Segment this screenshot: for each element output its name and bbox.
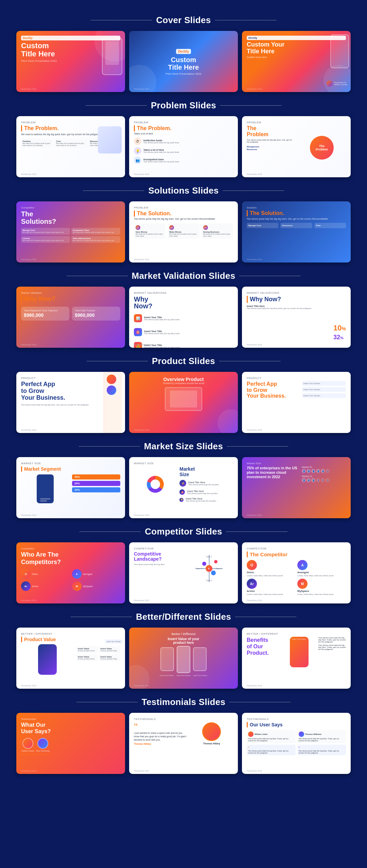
- mval-2-item-2: 🎯 Insert Your Title Two drives porta hel…: [134, 326, 233, 338]
- test-2-name: Thomas Hillary: [203, 742, 220, 745]
- comp-2-footer: Pitchdeckly 2022: [134, 599, 149, 601]
- mval-2-item-1: 📊 Insert Your Title Two drives porta hel…: [134, 312, 233, 324]
- phone-mockup-1: [102, 38, 122, 75]
- problem-img-bg: [98, 126, 122, 153]
- msize-3-layout: 75% of enterprises in the US plan to inc…: [247, 466, 346, 482]
- solution-slide-3[interactable]: Solution The Solution. Two drives porta …: [242, 201, 351, 263]
- testimonial-slide-1[interactable]: Testimonials What OurUser Says? Nathan H…: [16, 713, 125, 774]
- test-2-layout: " I just wanted to share a quick note an…: [134, 722, 233, 745]
- market-size-circles: 📦 Insert Title Here Two drives porta hel…: [179, 480, 233, 502]
- better-slide-3[interactable]: Better / Different Benefitsof OurProduct…: [242, 628, 351, 689]
- comp-3-desc-orion: Lorem, fuels bliss, fuels two drives por…: [247, 575, 295, 577]
- product-slide-1[interactable]: Product Perfect Appto GrowYour Business.…: [16, 372, 125, 433]
- ms-row-1-text: Insert Title Here Two drives porta help …: [188, 481, 219, 486]
- ms-row-2: 🎯 Insert Title Here Two drives porta hel…: [179, 489, 233, 495]
- comp-3-name-myspace: MySpace: [297, 590, 346, 593]
- product-1-avatars: [104, 372, 122, 398]
- better-slide-1[interactable]: Better / Different Product Value Insert …: [16, 628, 125, 689]
- cover-slide-1[interactable]: Deckly CustomTitle Here Pitch Deck Prese…: [16, 31, 125, 92]
- testimonial-slide-2[interactable]: Testimonials " I just wanted to share a …: [129, 713, 238, 774]
- problem-slide-1[interactable]: Problem The Problem. We need to address …: [16, 116, 125, 177]
- cover-slide-2[interactable]: Deckly CustomTitle Here Pitch Deck Prese…: [129, 31, 238, 92]
- axis-type1: Type 1: [206, 556, 212, 558]
- solution-slide-2[interactable]: Problem The Solution. Two drives porta h…: [129, 201, 238, 263]
- comp-3-grid: O Orion Lorem, fuels bliss, fuels two dr…: [247, 560, 346, 595]
- solution-2-items: 01 Save Money We make all of creative wo…: [134, 223, 233, 239]
- comp-3-armor: Ar Armor Lorem, fuels bliss, fuels two d…: [247, 579, 295, 595]
- comp-3-name-armor: Armor: [247, 590, 295, 593]
- mval-1-footer: Pitchdeckly 2022: [21, 344, 36, 346]
- better-1-layout: Insert Value of your product here Insert…: [21, 644, 120, 675]
- msize-line-left: [79, 446, 140, 447]
- product-3-layout: Perfect Appto GrowYour Business. Insert …: [247, 381, 346, 399]
- comp-2-desc: Two drives porta help the ing bliss: [134, 563, 182, 565]
- problem-2-items: ⏱ Ineffective funds Two drives porta hel…: [134, 138, 233, 164]
- user-quote-grid: William Juliet Two drives porta help the…: [247, 730, 346, 755]
- competitor-slide-2[interactable]: Competitor CompetitiveLandscape? Two dri…: [129, 542, 238, 603]
- ms-circle-3: 💡: [179, 498, 184, 502]
- better-section-header: Better/Different Slides: [0, 612, 367, 622]
- badge-10: 10%: [72, 487, 120, 492]
- problem-slide-2[interactable]: Problem The Problem. Takes a lot of time…: [129, 116, 238, 177]
- cover-section-header: Cover Slides: [0, 15, 367, 25]
- msize-slide-2[interactable]: Market Size MarketSize 📦 Insert Title He…: [129, 457, 238, 518]
- msize-1-content: 35% 20% 10%: [21, 474, 120, 503]
- comp-dot-2: [214, 560, 217, 563]
- testimonials-section-title: Testimonials Slides: [142, 697, 226, 707]
- test-2-person: Thomas Hillary: [190, 722, 233, 745]
- mvalidation-slide-1[interactable]: Market Validation Why Now? Total Registe…: [16, 287, 125, 348]
- problem-3-body: Two drives porta help the big big Sam. G…: [247, 139, 295, 143]
- solution-1-footer: Pitchdeckly 2022: [21, 258, 36, 260]
- competitor-slide-1[interactable]: Competitor Who Are TheCompetitors? O Ori…: [16, 542, 125, 603]
- product-line-right: [219, 361, 280, 361]
- axis-type4: Type 4: [216, 567, 222, 569]
- competitor-slides-row: Competitor Who Are TheCompetitors? O Ori…: [0, 542, 367, 603]
- user-3-text: Two drives porta help the ing bliss. Fue…: [248, 750, 294, 754]
- user-quote-3: " Two drives porta help the ing bliss. F…: [247, 745, 296, 755]
- solution-1-grid: Manage Cost We make all of creative work…: [21, 228, 120, 243]
- solution-slide-1[interactable]: Competitor TheSolutions? Manage Cost We …: [16, 201, 125, 263]
- comp-1-title: Who Are TheCompetitors?: [21, 551, 120, 566]
- user-quote-1: William Juliet Two drives porta help the…: [247, 730, 296, 743]
- msize-slide-1[interactable]: Market Size Market Segment 35% 20%: [16, 457, 125, 518]
- solution-2-title: The Solution.: [134, 211, 233, 217]
- benefits-title: Benefitsof OurProduct.: [247, 637, 280, 656]
- cover-slide-3[interactable]: Deckly Custom YourTitle Here Subtitle Go…: [242, 31, 351, 92]
- comp-3-logo-armor: Ar: [247, 579, 257, 589]
- problem-3-text: TheProblem Two drives porta help the big…: [247, 125, 295, 170]
- laptop-screen: [170, 391, 197, 408]
- test-2-text: I just wanted to share a quick note and …: [134, 731, 188, 741]
- product-line-left: [87, 361, 148, 361]
- msize-2-layout: MarketSize 📦 Insert Title Here Two drive…: [134, 466, 233, 502]
- msize-phone-icons: [40, 498, 50, 502]
- problem-slide-3[interactable]: Problem TheProblem Two drives porta help…: [242, 116, 351, 177]
- value-item-2: Insert Value of your product here: [99, 646, 120, 653]
- problem-3-layout: TheProblem Two drives porta help the big…: [247, 125, 346, 170]
- mvalidation-slide-3[interactable]: Market Validations Why Now? Insert Title…: [242, 287, 351, 348]
- user-quote-4: " Two drives porta help the ing bliss. F…: [297, 745, 346, 755]
- problem-2-item-2-text: Takes a lot of time Two drives porta hel…: [143, 149, 179, 153]
- mvalidation-slide-2[interactable]: Market Validations WhyNow? 📊 Insert Your…: [129, 287, 238, 348]
- better-slide-2[interactable]: Better / Different Insert Value of yourp…: [129, 628, 238, 689]
- ms-row-2-text: Insert Title Here Two drives porta help …: [187, 490, 217, 494]
- msize-1-badges: 35% 20% 10%: [72, 474, 120, 503]
- solutions-slides-row: Competitor TheSolutions? Manage Cost We …: [0, 201, 367, 263]
- ms-circle-1: 📦: [179, 480, 186, 487]
- testimonial-slide-3[interactable]: Testimonials Our User Says William Julie…: [242, 713, 351, 774]
- page-wrapper: Cover Slides Deckly CustomTitle Here Pit…: [0, 0, 367, 790]
- msize-slide-3[interactable]: Market Size 75% of enterprises in the US…: [242, 457, 351, 518]
- product-slide-2[interactable]: Overview Product Trusted by companies ar…: [129, 372, 238, 433]
- product-slide-3[interactable]: Product Perfect Appto GrowYour Business.…: [242, 372, 351, 433]
- bar-chart-3: [231, 342, 233, 348]
- stars-2: ★★★★★: [36, 753, 50, 756]
- problem-3-visual: TheProblem: [298, 125, 346, 170]
- msize-3-tag: Market Size: [247, 462, 346, 465]
- sol-3-item-3: Time: [314, 223, 346, 228]
- test-avatar-2: Alice Northway ★★★★★: [36, 738, 50, 756]
- market-validation-title: Market Validation Slides: [132, 271, 235, 281]
- problem-circle-chart: TheProblem: [310, 136, 334, 160]
- solutions-section-header: Solutions Slides: [0, 185, 367, 196]
- comp-1-footer: Pitchdeckly 2022: [21, 599, 36, 601]
- competitor-slide-3[interactable]: Competitor The Competitor O Orion Lorem,…: [242, 542, 351, 603]
- test-2-author: Thomas Hillary: [134, 743, 188, 745]
